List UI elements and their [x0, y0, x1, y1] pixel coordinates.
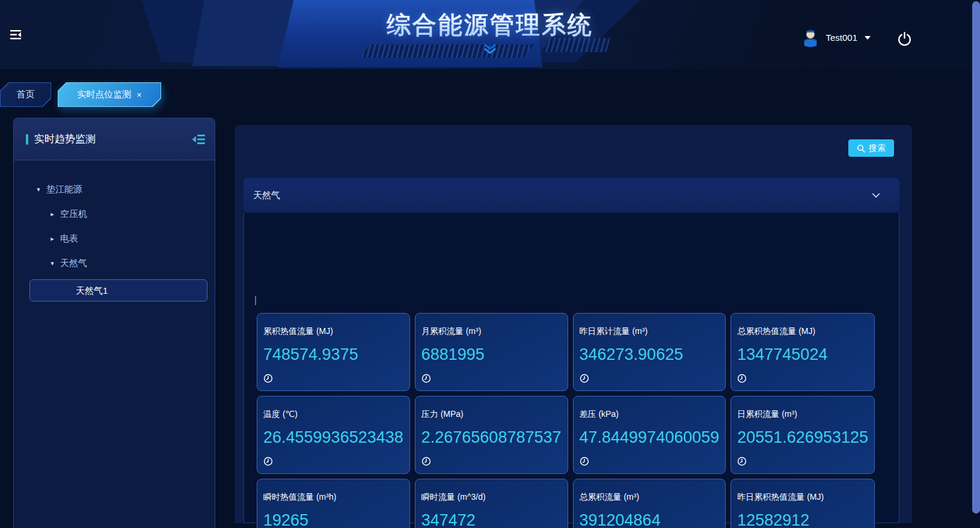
sidebar-header: 实时趋势监测 — [14, 118, 215, 160]
metric-label: 瞬时流量 (m^3/d) — [421, 492, 562, 503]
metric-card: 月累积流量 (m³) 6881995 — [415, 313, 568, 391]
metric-label: 累积热值流量 (MJ) — [263, 326, 403, 337]
tree-node-label: 空压机 — [60, 208, 87, 220]
clock-icon[interactable] — [421, 374, 431, 383]
metric-card: 总累积流量 (m³) 391204864 — [573, 479, 726, 528]
metric-value: 346273.90625 — [580, 345, 720, 364]
user-avatar — [801, 28, 819, 47]
metric-label: 差压 (kPa) — [580, 409, 720, 420]
tree-node-natural-gas-1-selected[interactable]: 天然气1 — [29, 279, 207, 302]
tree-node-dianjiang-energy[interactable]: ▾ 垫江能源 — [14, 177, 215, 202]
tree-caret-collapsed[interactable]: ▸ — [48, 210, 57, 218]
metric-label: 昨日累积热值流量 (MJ) — [737, 492, 868, 503]
metric-value: 347472 — [421, 511, 562, 528]
tree-caret-expanded[interactable]: ▾ — [34, 186, 43, 193]
metric-label: 总累积热值流量 (MJ) — [737, 326, 868, 337]
metric-card: 总累积热值流量 (MJ) 1347745024 — [730, 313, 875, 391]
tab-realtime-monitoring[interactable]: 实时点位监测 × — [58, 82, 161, 107]
sidebar-title: 实时趋势监测 — [34, 132, 191, 146]
clock-icon[interactable] — [737, 457, 747, 466]
clock-icon[interactable] — [421, 457, 431, 466]
tree-node-label: 天然气 — [60, 258, 87, 269]
tab-realtime-label: 实时点位监测 — [77, 89, 131, 100]
natural-gas-section: 天然气 累积热值流量 (MJ) 748574.9375 — [243, 178, 899, 523]
metric-value: 1347745024 — [737, 345, 868, 364]
section-body: 累积热值流量 (MJ) 748574.9375 月累积流量 (m³) 68819… — [243, 213, 899, 523]
metric-label: 总累积流量 (m³) — [580, 492, 720, 503]
tree-node-label: 电表 — [60, 233, 78, 244]
metric-label: 月累积流量 (m³) — [421, 326, 562, 337]
metric-value: 26.4559936523438 — [263, 428, 403, 447]
tab-close-icon[interactable]: × — [136, 91, 141, 99]
accent-bar — [26, 134, 28, 145]
search-button-label: 搜索 — [869, 143, 886, 154]
sidebar-panel: 实时趋势监测 ▾ 垫江能源 ▸ 空压机 ▸ 电表 ▾ 天然气 天然气1 — [13, 118, 215, 528]
metric-value: 2.26765608787537 — [421, 428, 562, 447]
tab-home[interactable]: 首页 — [0, 82, 51, 107]
tree-node-air-compressor[interactable]: ▸ 空压机 — [14, 202, 215, 226]
metric-label: 日累积流量 (m³) — [737, 409, 868, 420]
metric-value: 748574.9375 — [263, 345, 403, 364]
section-title: 天然气 — [253, 190, 280, 201]
metric-cards-grid: 累积热值流量 (MJ) 748574.9375 月累积流量 (m³) 68819… — [257, 313, 871, 528]
metric-card: 压力 (MPa) 2.26765608787537 — [415, 396, 568, 474]
tree-node-label: 垫江能源 — [46, 184, 82, 195]
clock-icon[interactable] — [263, 374, 273, 383]
metric-value: 47.8449974060059 — [580, 428, 720, 447]
metric-card: 瞬时热值流量 (m³h) 19265 — [257, 479, 410, 528]
metric-value: 391204864 — [580, 511, 720, 528]
tree-caret-expanded[interactable]: ▾ — [48, 259, 57, 267]
device-tree: ▾ 垫江能源 ▸ 空压机 ▸ 电表 ▾ 天然气 天然气1 — [14, 160, 215, 302]
search-icon — [857, 144, 865, 153]
metric-card: 差压 (kPa) 47.8449974060059 — [573, 396, 726, 474]
metric-card: 昨日累积热值流量 (MJ) 12582912 — [730, 479, 875, 528]
clock-icon[interactable] — [737, 374, 747, 383]
text-cursor-mark — [255, 296, 256, 305]
metric-label: 压力 (MPa) — [421, 409, 562, 420]
section-header[interactable]: 天然气 — [243, 178, 899, 213]
sidebar-collapse-icon[interactable] — [191, 133, 206, 145]
metric-label: 瞬时热值流量 (m³h) — [263, 492, 403, 503]
menu-fold-icon[interactable] — [8, 28, 25, 44]
main-content-panel: 搜索 天然气 累积热值流量 (MJ) 748574.9375 — [234, 125, 912, 523]
vertical-scrollbar-thumb[interactable] — [972, 1, 980, 514]
metric-card: 温度 (℃) 26.4559936523438 — [257, 396, 410, 474]
tree-node-electric-meter[interactable]: ▸ 电表 — [14, 226, 215, 251]
metric-value: 6881995 — [421, 345, 562, 364]
app-header: 综合能源管理系统 Test001 — [0, 0, 980, 69]
power-icon[interactable] — [897, 31, 912, 47]
dropdown-caret-icon — [865, 36, 871, 40]
clock-icon[interactable] — [580, 457, 589, 466]
tree-caret-collapsed[interactable]: ▸ — [48, 235, 57, 243]
metric-card: 累积热值流量 (MJ) 748574.9375 — [257, 313, 410, 391]
metric-value: 19265 — [263, 511, 403, 528]
section-chevron-icon[interactable] — [872, 193, 880, 198]
metric-card: 日累积流量 (m³) 20551.626953125 — [730, 396, 875, 474]
tab-home-label: 首页 — [0, 82, 51, 107]
user-menu[interactable]: Test001 — [801, 28, 871, 47]
metric-label: 昨日累计流量 (m³) — [580, 326, 720, 337]
search-button[interactable]: 搜索 — [848, 139, 894, 157]
metric-label: 温度 (℃) — [263, 409, 403, 420]
metric-value: 20551.626953125 — [737, 428, 868, 447]
metric-card: 瞬时流量 (m^3/d) 347472 — [415, 479, 568, 528]
username-label: Test001 — [825, 32, 857, 43]
clock-icon[interactable] — [263, 457, 273, 466]
metric-value: 12582912 — [737, 511, 868, 528]
tree-node-natural-gas[interactable]: ▾ 天然气 — [14, 251, 215, 276]
clock-icon[interactable] — [580, 374, 589, 383]
metric-card: 昨日累计流量 (m³) 346273.90625 — [573, 313, 726, 391]
